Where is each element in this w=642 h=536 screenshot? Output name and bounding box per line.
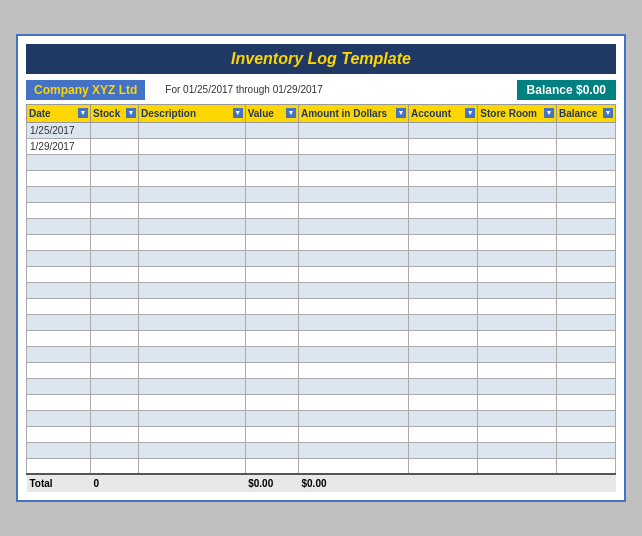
col-header-date[interactable]: Date ▼ [27, 104, 91, 122]
cell-account[interactable] [409, 266, 478, 282]
col-header-account[interactable]: Account ▼ [409, 104, 478, 122]
cell-value[interactable] [245, 314, 298, 330]
cell-value[interactable] [245, 218, 298, 234]
cell-value[interactable] [245, 186, 298, 202]
cell-stock[interactable] [91, 282, 139, 298]
cell-value[interactable] [245, 330, 298, 346]
cell-account[interactable] [409, 346, 478, 362]
cell-amount[interactable] [299, 394, 409, 410]
cell-account[interactable] [409, 314, 478, 330]
cell-storeroom[interactable] [478, 202, 557, 218]
cell-date[interactable] [27, 378, 91, 394]
cell-value[interactable] [245, 442, 298, 458]
cell-account[interactable] [409, 282, 478, 298]
col-header-amount[interactable]: Amount in Dollars ▼ [299, 104, 409, 122]
cell-account[interactable] [409, 170, 478, 186]
cell-value[interactable] [245, 250, 298, 266]
cell-stock[interactable] [91, 202, 139, 218]
cell-balance[interactable] [556, 394, 615, 410]
cell-storeroom[interactable] [478, 330, 557, 346]
cell-account[interactable] [409, 362, 478, 378]
cell-balance[interactable] [556, 282, 615, 298]
cell-stock[interactable] [91, 122, 139, 138]
cell-date[interactable] [27, 314, 91, 330]
cell-stock[interactable] [91, 266, 139, 282]
cell-stock[interactable] [91, 394, 139, 410]
cell-balance[interactable] [556, 298, 615, 314]
cell-date[interactable] [27, 250, 91, 266]
cell-storeroom[interactable] [478, 154, 557, 170]
cell-stock[interactable] [91, 346, 139, 362]
cell-date[interactable] [27, 298, 91, 314]
cell-amount[interactable] [299, 346, 409, 362]
cell-description[interactable] [139, 282, 246, 298]
cell-stock[interactable] [91, 362, 139, 378]
cell-value[interactable] [245, 282, 298, 298]
cell-account[interactable] [409, 458, 478, 474]
description-dropdown-icon[interactable]: ▼ [233, 108, 243, 118]
cell-balance[interactable] [556, 234, 615, 250]
balance-dropdown-icon[interactable]: ▼ [603, 108, 613, 118]
cell-description[interactable] [139, 458, 246, 474]
stock-dropdown-icon[interactable]: ▼ [126, 108, 136, 118]
cell-amount[interactable] [299, 266, 409, 282]
cell-value[interactable] [245, 346, 298, 362]
cell-account[interactable] [409, 138, 478, 154]
cell-value[interactable] [245, 154, 298, 170]
cell-balance[interactable] [556, 154, 615, 170]
amount-dropdown-icon[interactable]: ▼ [396, 108, 406, 118]
cell-date[interactable]: 1/29/2017 [27, 138, 91, 154]
cell-date[interactable] [27, 394, 91, 410]
cell-date[interactable] [27, 202, 91, 218]
cell-stock[interactable] [91, 330, 139, 346]
cell-stock[interactable] [91, 218, 139, 234]
cell-account[interactable] [409, 186, 478, 202]
cell-account[interactable] [409, 426, 478, 442]
cell-amount[interactable] [299, 186, 409, 202]
cell-amount[interactable] [299, 202, 409, 218]
cell-storeroom[interactable] [478, 394, 557, 410]
cell-date[interactable] [27, 234, 91, 250]
cell-balance[interactable] [556, 250, 615, 266]
cell-storeroom[interactable] [478, 426, 557, 442]
cell-amount[interactable] [299, 122, 409, 138]
cell-storeroom[interactable] [478, 266, 557, 282]
cell-amount[interactable] [299, 378, 409, 394]
cell-description[interactable] [139, 314, 246, 330]
cell-stock[interactable] [91, 234, 139, 250]
cell-amount[interactable] [299, 154, 409, 170]
cell-amount[interactable] [299, 250, 409, 266]
cell-storeroom[interactable] [478, 458, 557, 474]
cell-description[interactable] [139, 442, 246, 458]
cell-date[interactable] [27, 426, 91, 442]
cell-amount[interactable] [299, 298, 409, 314]
cell-description[interactable] [139, 426, 246, 442]
cell-description[interactable] [139, 170, 246, 186]
value-dropdown-icon[interactable]: ▼ [286, 108, 296, 118]
cell-value[interactable] [245, 122, 298, 138]
cell-amount[interactable] [299, 170, 409, 186]
cell-value[interactable] [245, 138, 298, 154]
cell-account[interactable] [409, 330, 478, 346]
cell-account[interactable] [409, 410, 478, 426]
cell-storeroom[interactable] [478, 314, 557, 330]
cell-date[interactable]: 1/25/2017 [27, 122, 91, 138]
col-header-balance[interactable]: Balance ▼ [556, 104, 615, 122]
cell-description[interactable] [139, 394, 246, 410]
cell-balance[interactable] [556, 362, 615, 378]
col-header-stock[interactable]: Stock ▼ [91, 104, 139, 122]
cell-balance[interactable] [556, 122, 615, 138]
cell-balance[interactable] [556, 202, 615, 218]
cell-balance[interactable] [556, 346, 615, 362]
cell-value[interactable] [245, 266, 298, 282]
cell-amount[interactable] [299, 218, 409, 234]
cell-stock[interactable] [91, 186, 139, 202]
cell-date[interactable] [27, 186, 91, 202]
cell-value[interactable] [245, 298, 298, 314]
cell-balance[interactable] [556, 442, 615, 458]
cell-description[interactable] [139, 250, 246, 266]
cell-description[interactable] [139, 218, 246, 234]
cell-amount[interactable] [299, 138, 409, 154]
cell-amount[interactable] [299, 442, 409, 458]
cell-balance[interactable] [556, 378, 615, 394]
